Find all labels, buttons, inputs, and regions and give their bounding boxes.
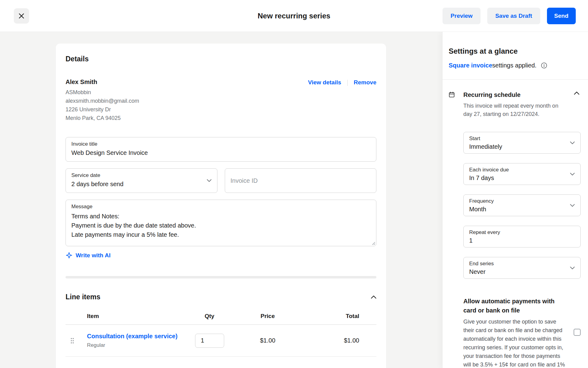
write-with-ai-label: Write with AI bbox=[76, 252, 111, 259]
recurring-schedule-title: Recurring schedule bbox=[463, 91, 581, 99]
chevron-down-icon bbox=[570, 141, 575, 144]
field-label: Start bbox=[469, 135, 575, 142]
settings-applied-line: Square invoice settings applied. bbox=[449, 62, 581, 69]
calendar-icon bbox=[449, 91, 455, 98]
field-value: Never bbox=[469, 268, 575, 275]
customer-address-line1: 1226 University Dr bbox=[66, 105, 139, 114]
customer-actions: View details Remove bbox=[308, 79, 376, 122]
each-invoice-due-dropdown[interactable]: Each invoice due In 7 days bbox=[463, 163, 581, 185]
chevron-up-icon[interactable] bbox=[371, 295, 376, 299]
write-with-ai-button[interactable]: Write with AI bbox=[66, 252, 111, 259]
field-label: Frequency bbox=[469, 198, 575, 204]
send-button[interactable]: Send bbox=[547, 8, 576, 24]
customer-info: Alex Smith ASMobbin alexsmith.mobbin@gma… bbox=[66, 79, 139, 122]
settings-applied-text: settings applied. bbox=[492, 62, 537, 69]
invoice-title-label: Invoice title bbox=[71, 141, 371, 147]
frequency-dropdown[interactable]: Frequency Month bbox=[463, 194, 581, 216]
column-total: Total bbox=[304, 313, 376, 320]
chevron-down-icon bbox=[570, 266, 575, 270]
message-label: Message bbox=[71, 204, 371, 210]
price-cell: $1.00 bbox=[231, 337, 304, 344]
column-qty: Qty bbox=[188, 313, 231, 320]
table-row: Consultation (example service) Regular $… bbox=[66, 325, 376, 357]
service-date-dropdown[interactable]: Service date 2 days before send bbox=[66, 168, 217, 193]
line-items-heading: Line items bbox=[66, 293, 100, 301]
schedule-fields: Start Immediately Each invoice due In 7 … bbox=[463, 132, 581, 279]
message-value: Terms and Notes: Payment is due by the d… bbox=[71, 212, 371, 239]
line-items-header: Line items bbox=[66, 293, 376, 301]
service-date-value: 2 days before send bbox=[71, 180, 212, 188]
invoice-id-input[interactable] bbox=[231, 172, 371, 189]
column-price: Price bbox=[231, 313, 304, 320]
line-items-table: Item Qty Price Total Consultation (examp… bbox=[66, 309, 376, 357]
field-label: End series bbox=[469, 260, 575, 267]
info-icon[interactable] bbox=[541, 62, 547, 69]
section-divider bbox=[66, 276, 376, 278]
start-dropdown[interactable]: Start Immediately bbox=[463, 132, 581, 154]
preview-button[interactable]: Preview bbox=[443, 8, 481, 24]
drag-dots-icon bbox=[70, 337, 75, 344]
field-label: Repeat every bbox=[469, 229, 575, 236]
divider bbox=[347, 80, 348, 86]
item-name-link[interactable]: Consultation (example service) bbox=[87, 333, 188, 340]
chevron-down-icon bbox=[570, 204, 575, 207]
drag-handle[interactable] bbox=[66, 337, 78, 344]
close-button[interactable] bbox=[14, 8, 29, 24]
total-cell: $1.00 bbox=[304, 337, 376, 344]
view-details-link[interactable]: View details bbox=[308, 79, 341, 86]
close-icon bbox=[18, 13, 24, 19]
field-value: Month bbox=[469, 205, 575, 213]
sidebar-heading: Settings at a glance bbox=[449, 47, 581, 56]
item-cell: Consultation (example service) Regular bbox=[87, 333, 188, 348]
column-item: Item bbox=[87, 313, 188, 320]
customer-email: alexsmith.mobbin@gmail.com bbox=[66, 97, 139, 105]
topbar-actions: Preview Save as Draft Send bbox=[443, 8, 576, 24]
repeat-every-input[interactable]: Repeat every 1 bbox=[463, 226, 581, 247]
settings-sidebar: Settings at a glance Square invoice sett… bbox=[443, 32, 588, 368]
item-variant: Regular bbox=[87, 342, 188, 348]
message-field[interactable]: Message Terms and Notes: Payment is due … bbox=[66, 200, 376, 246]
invoice-title-value: Web Design Service Invoice bbox=[71, 149, 371, 156]
field-value: 1 bbox=[469, 237, 575, 244]
service-date-label: Service date bbox=[71, 172, 212, 178]
square-invoice-link[interactable]: Square invoice bbox=[449, 62, 492, 69]
customer-name: Alex Smith bbox=[66, 79, 139, 86]
service-date-row: Service date 2 days before send bbox=[66, 168, 376, 193]
auto-payments-description: Give your customer the option to save th… bbox=[463, 317, 567, 368]
field-label: Each invoice due bbox=[469, 167, 575, 173]
invoice-details-card: Details Alex Smith ASMobbin alexsmith.mo… bbox=[56, 44, 386, 368]
field-value: In 7 days bbox=[469, 174, 575, 182]
qty-cell bbox=[188, 334, 231, 348]
end-series-dropdown[interactable]: End series Never bbox=[463, 257, 581, 279]
divider bbox=[443, 79, 588, 80]
save-as-draft-button[interactable]: Save as Draft bbox=[487, 8, 540, 24]
card-on-file-checkbox[interactable] bbox=[574, 329, 581, 336]
top-bar: New recurring series Preview Save as Dra… bbox=[0, 0, 588, 32]
chevron-down-icon bbox=[570, 173, 575, 176]
auto-payments-text: Give your customer the option to save th… bbox=[463, 319, 565, 368]
line-items-table-header: Item Qty Price Total bbox=[66, 309, 376, 325]
recurring-schedule-description: This invoice will repeat every month on … bbox=[463, 102, 581, 118]
sparkle-icon bbox=[66, 252, 73, 259]
quantity-input[interactable] bbox=[195, 334, 224, 348]
customer-company: ASMobbin bbox=[66, 88, 139, 97]
customer-section: Alex Smith ASMobbin alexsmith.mobbin@gma… bbox=[66, 79, 376, 122]
recurring-schedule-section: Recurring schedule This invoice will rep… bbox=[449, 91, 581, 118]
invoice-id-field[interactable] bbox=[225, 168, 377, 193]
chevron-down-icon bbox=[207, 179, 212, 182]
chevron-up-icon[interactable] bbox=[574, 91, 579, 95]
details-heading: Details bbox=[66, 55, 376, 63]
auto-payments-heading: Allow automatic payments with card or ba… bbox=[463, 297, 581, 315]
customer-address-line2: Menlo Park, CA 94025 bbox=[66, 114, 139, 122]
auto-payments-section: Allow automatic payments with card or ba… bbox=[463, 297, 581, 368]
remove-customer-link[interactable]: Remove bbox=[354, 79, 376, 86]
resize-grip-icon[interactable] bbox=[371, 241, 375, 245]
invoice-title-field[interactable]: Invoice title Web Design Service Invoice bbox=[66, 137, 376, 162]
field-value: Immediately bbox=[469, 143, 575, 150]
